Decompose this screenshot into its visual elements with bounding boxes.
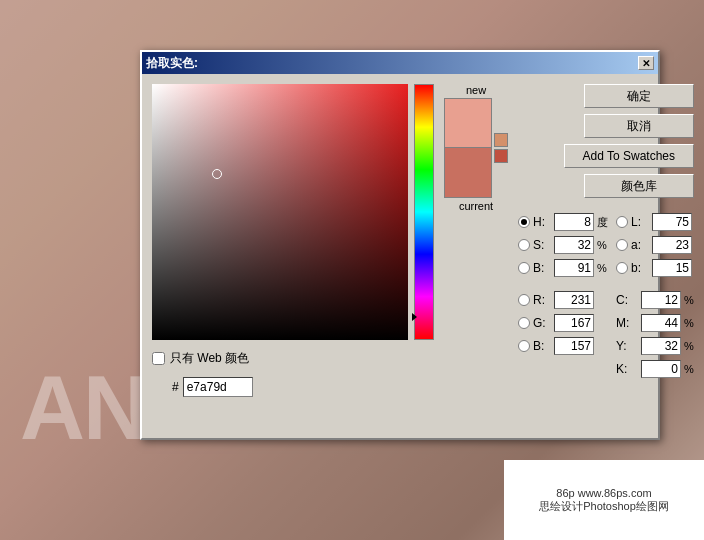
bri-row: B: % [518, 258, 608, 278]
hex-symbol: # [172, 380, 179, 394]
r-row: R: [518, 290, 608, 310]
r-channel-label: R: [533, 293, 551, 307]
hex-input[interactable] [183, 377, 253, 397]
web-color-row: 只有 Web 颜色 [152, 350, 508, 367]
k-row: K: % [616, 359, 694, 379]
color-picker-dialog: 拾取实色: ✕ new [140, 50, 660, 440]
g-row: G: [518, 313, 608, 333]
web-colors-label: 只有 Web 颜色 [170, 350, 249, 367]
r-radio[interactable] [518, 294, 530, 306]
l-input[interactable] [652, 213, 692, 231]
y-row: Y: % [616, 336, 694, 356]
bri-unit: % [597, 262, 607, 274]
dialog-titlebar: 拾取实色: ✕ [142, 52, 658, 74]
buttons-row: 确定 取消 Add To Swatches 颜色库 [518, 84, 694, 198]
hue-row: H: 度 [518, 212, 608, 232]
add-swatches-button[interactable]: Add To Swatches [564, 144, 694, 168]
dialog-title: 拾取实色: [146, 55, 198, 72]
a-input[interactable] [652, 236, 692, 254]
hue-unit: 度 [597, 215, 608, 230]
channels-area: H: 度 S: % B: [518, 212, 694, 428]
gradient-overlay-black [152, 84, 408, 340]
color-gradient-square[interactable] [152, 84, 408, 340]
k-channel-label: K: [616, 362, 638, 376]
y-input[interactable] [641, 337, 681, 355]
l-channel-label: L: [631, 215, 649, 229]
r-input[interactable] [554, 291, 594, 309]
sat-channel-label: S: [533, 238, 551, 252]
l-row: L: [616, 212, 694, 232]
b-input[interactable] [554, 337, 594, 355]
logo-text: 86p www.86ps.com思绘设计Photoshop绘图网 [539, 487, 669, 514]
right-panel: 确定 取消 Add To Swatches 颜色库 H: 度 [518, 84, 694, 428]
c-channel-label: C: [616, 293, 638, 307]
ok-button[interactable]: 确定 [584, 84, 694, 108]
hsb-rgb-col: H: 度 S: % B: [518, 212, 608, 428]
hue-channel-label: H: [533, 215, 551, 229]
picker-row: new current [152, 84, 508, 340]
b2-input[interactable] [652, 259, 692, 277]
b-row: B: [518, 336, 608, 356]
a-row: a: [616, 235, 694, 255]
sat-row: S: % [518, 235, 608, 255]
k-unit: % [684, 363, 694, 375]
a-radio[interactable] [616, 239, 628, 251]
web-colors-checkbox[interactable] [152, 352, 165, 365]
logo-area: 86p www.86ps.com思绘设计Photoshop绘图网 [504, 460, 704, 540]
m-channel-label: M: [616, 316, 638, 330]
hue-radio[interactable] [518, 216, 530, 228]
bri-radio[interactable] [518, 262, 530, 274]
b-radio[interactable] [518, 340, 530, 352]
sat-unit: % [597, 239, 607, 251]
b-channel-label: B: [533, 339, 551, 353]
c-input[interactable] [641, 291, 681, 309]
swatch-small-top [494, 133, 508, 147]
close-button[interactable]: ✕ [638, 56, 654, 70]
bri-channel-label: B: [533, 261, 551, 275]
separator2 [616, 281, 694, 287]
k-input[interactable] [641, 360, 681, 378]
bri-input[interactable] [554, 259, 594, 277]
hue-slider[interactable] [414, 84, 434, 340]
dialog-body: new current [142, 74, 658, 438]
sat-input[interactable] [554, 236, 594, 254]
new-label: new [466, 84, 486, 96]
swatch-small-bottom [494, 149, 508, 163]
l-radio[interactable] [616, 216, 628, 228]
current-label: current [459, 200, 493, 212]
g-radio[interactable] [518, 317, 530, 329]
hue-input[interactable] [554, 213, 594, 231]
hue-indicator [412, 313, 436, 321]
lab-cmyk-col: L: a: b: [616, 212, 694, 428]
c-row: C: % [616, 290, 694, 310]
a-channel-label: a: [631, 238, 649, 252]
m-row: M: % [616, 313, 694, 333]
b2-row: b: [616, 258, 694, 278]
separator1 [518, 281, 608, 287]
left-panel: new current [152, 84, 508, 428]
y-channel-label: Y: [616, 339, 638, 353]
hex-row: # [172, 377, 508, 397]
b2-channel-label: b: [631, 261, 649, 275]
g-input[interactable] [554, 314, 594, 332]
y-unit: % [684, 340, 694, 352]
c-unit: % [684, 294, 694, 306]
new-color-swatch [444, 98, 492, 148]
m-input[interactable] [641, 314, 681, 332]
m-unit: % [684, 317, 694, 329]
sat-radio[interactable] [518, 239, 530, 251]
b2-radio[interactable] [616, 262, 628, 274]
current-color-swatch [444, 148, 492, 198]
g-channel-label: G: [533, 316, 551, 330]
color-lib-button[interactable]: 颜色库 [584, 174, 694, 198]
cancel-button[interactable]: 取消 [584, 114, 694, 138]
